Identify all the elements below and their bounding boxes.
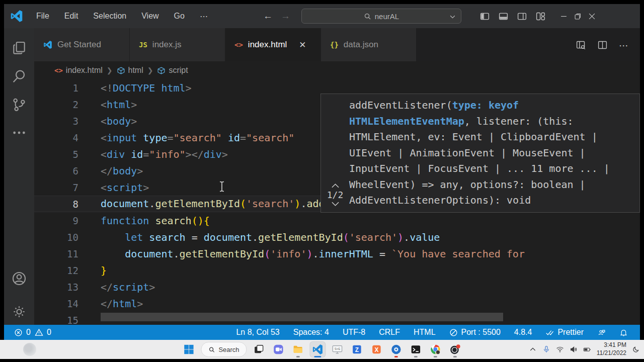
- breadcrumb-label: html: [128, 66, 143, 75]
- tab-label: index.js: [152, 40, 182, 50]
- menu-go[interactable]: Go: [168, 10, 191, 23]
- widgets-icon[interactable]: [23, 343, 36, 356]
- taskbar-screen-capture-icon[interactable]: S>G: [330, 342, 345, 357]
- code-line-9[interactable]: 9function search(){: [34, 212, 640, 229]
- line-number: 11: [34, 248, 78, 259]
- taskbar-chat-icon[interactable]: [271, 342, 286, 357]
- tray-do-not-disturb-icon[interactable]: [632, 345, 640, 353]
- toggle-primary-sidebar-icon[interactable]: [479, 11, 490, 22]
- running-indicator: [296, 356, 300, 357]
- tray-wifi-icon[interactable]: [556, 345, 564, 353]
- taskbar-file-explorer-icon[interactable]: [291, 342, 306, 357]
- html-file-icon: <>: [234, 41, 243, 49]
- problems-warnings[interactable]: 0: [35, 328, 51, 337]
- tray-chevron-up-icon[interactable]: [529, 345, 537, 353]
- menu-bar: FileEditSelectionViewGo⋯: [30, 10, 214, 23]
- menu-selection[interactable]: Selection: [87, 10, 132, 23]
- accounts-icon[interactable]: [11, 270, 27, 287]
- tray-battery-icon[interactable]: [583, 345, 591, 353]
- taskbar-task-view-icon[interactable]: [252, 342, 267, 357]
- split-editor-icon[interactable]: [597, 40, 608, 50]
- toggle-secondary-sidebar-icon[interactable]: [517, 11, 527, 22]
- tray-clock[interactable]: 3:41 PM11/21/2022: [597, 341, 626, 357]
- code-text: <html>: [78, 99, 137, 111]
- taskbar-blue-round-app-icon[interactable]: [389, 342, 404, 357]
- close-tab-icon[interactable]: ✕: [299, 40, 306, 50]
- status-notifications[interactable]: [619, 328, 628, 337]
- line-number: 5: [34, 149, 78, 160]
- status-indentation[interactable]: Spaces: 4: [293, 328, 329, 337]
- code-text: <script>: [78, 182, 149, 194]
- search-icon[interactable]: [11, 68, 27, 84]
- taskbar-xampp-icon[interactable]: X: [369, 342, 384, 357]
- status-language-mode[interactable]: HTML: [414, 328, 436, 337]
- code-line-11[interactable]: 11 document.getElementById('info').inner…: [34, 245, 640, 262]
- menu-view[interactable]: View: [135, 10, 165, 23]
- status-cursor-position[interactable]: Ln 8, Col 53: [236, 328, 279, 337]
- status-eol[interactable]: CRLF: [379, 328, 400, 337]
- code-line-13[interactable]: 13</script>: [34, 279, 640, 295]
- taskbar-z-app-icon[interactable]: Z: [350, 342, 365, 357]
- minimize-button[interactable]: [557, 9, 571, 24]
- problems-errors[interactable]: 0: [14, 328, 31, 337]
- settings-icon[interactable]: [11, 304, 27, 320]
- back-arrow-icon[interactable]: ←: [263, 11, 273, 22]
- code-editor[interactable]: 1<!DOCTYPE html>2<html>3<body>4<input ty…: [34, 79, 640, 325]
- toggle-panel-icon[interactable]: [498, 11, 509, 22]
- code-line-12[interactable]: 12}: [34, 262, 640, 279]
- breadcrumb-label: script: [169, 66, 188, 75]
- line-number: 3: [34, 116, 78, 127]
- code-text: <input type="search" id="search": [78, 132, 294, 144]
- taskbar-terminal-icon[interactable]: [409, 342, 424, 357]
- open-preview-icon[interactable]: [576, 40, 586, 50]
- chevron-down-icon[interactable]: [332, 202, 339, 207]
- taskbar-vscode-icon[interactable]: [310, 342, 326, 357]
- close-button[interactable]: [585, 9, 599, 24]
- chevron-up-icon[interactable]: [332, 183, 339, 188]
- menu-file[interactable]: File: [30, 10, 55, 23]
- forward-arrow-icon[interactable]: →: [281, 11, 290, 22]
- tab-data-json[interactable]: {}data.json: [321, 28, 417, 61]
- breadcrumb-item-index-html[interactable]: <>index.html: [54, 66, 103, 75]
- explorer-icon[interactable]: [11, 40, 27, 56]
- tray-mic-icon[interactable]: [542, 345, 550, 353]
- status-typescript-version[interactable]: 4.8.4: [514, 328, 532, 337]
- menu-more[interactable]: ⋯: [194, 10, 214, 23]
- breadcrumb-item-html[interactable]: html: [117, 66, 143, 75]
- line-number: 6: [34, 165, 78, 176]
- status-feedback[interactable]: [597, 328, 606, 337]
- line-number: 10: [34, 232, 78, 243]
- tab-index-js[interactable]: JSindex.js: [130, 28, 225, 61]
- restore-button[interactable]: [571, 9, 585, 24]
- taskbar-chrome-icon[interactable]: [428, 342, 443, 357]
- code-line-10[interactable]: 10 let search = document.getElementById(…: [34, 229, 640, 245]
- tab-label: index.html: [248, 40, 287, 50]
- parameter-hints-tooltip: addEventListener(type: keyofHTMLElementE…: [320, 94, 640, 213]
- code-line-14[interactable]: 14</html>: [34, 295, 640, 312]
- horizontal-scrollbar[interactable]: [101, 313, 503, 321]
- chevron-down-icon[interactable]: [449, 13, 456, 20]
- status-encoding[interactable]: UTF-8: [343, 328, 365, 337]
- tab-get-started[interactable]: Get Started: [34, 28, 130, 61]
- source-control-icon[interactable]: [11, 97, 27, 113]
- taskbar-search[interactable]: Search: [201, 342, 247, 357]
- tray-time: 3:41 PM: [597, 341, 626, 349]
- tab-index-html[interactable]: <>index.html✕: [225, 28, 321, 61]
- breadcrumb-label: index.html: [66, 66, 103, 75]
- warning-icon: [35, 328, 43, 337]
- taskbar-start-icon[interactable]: [181, 342, 196, 357]
- tray-volume-icon[interactable]: [570, 345, 578, 353]
- taskbar-obs-icon[interactable]: [448, 342, 463, 357]
- breadcrumb-item-script[interactable]: script: [157, 66, 188, 75]
- status-prettier[interactable]: Prettier: [545, 328, 584, 337]
- taskbar-search-label: Search: [218, 346, 239, 353]
- more-actions-icon[interactable]: ⋯: [619, 40, 629, 50]
- menu-edit[interactable]: Edit: [58, 10, 85, 23]
- status-live-server-port[interactable]: Port : 5500: [449, 328, 501, 337]
- status-bar: 0 0 Ln 8, Col 53Spaces: 4UTF-8CRLFHTMLPo…: [4, 325, 640, 340]
- command-center-search[interactable]: neurAL: [301, 9, 461, 24]
- code-text: let search = document.getElementById('se…: [78, 231, 440, 243]
- customize-layout-icon[interactable]: [535, 11, 546, 22]
- more-views-icon[interactable]: [11, 125, 27, 141]
- running-indicator: [314, 356, 321, 357]
